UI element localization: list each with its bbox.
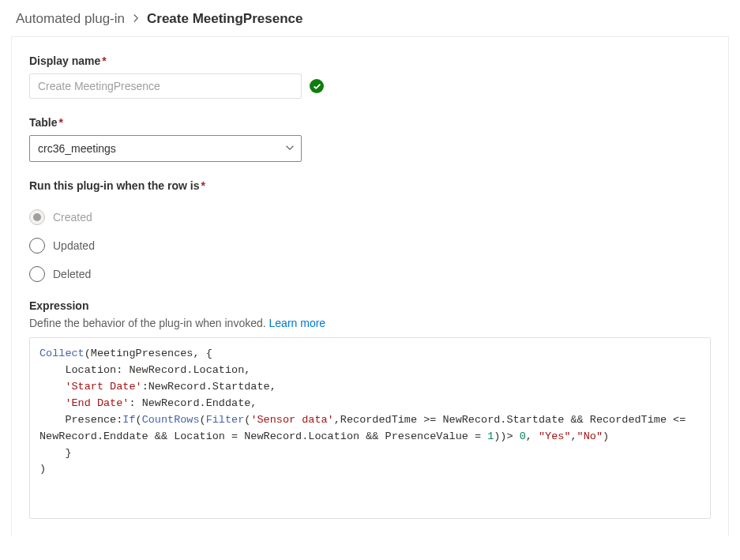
learn-more-link[interactable]: Learn more: [269, 317, 326, 329]
radio-label-updated: Updated: [53, 239, 95, 252]
expression-editor[interactable]: Collect(MeetingPresences, { Location: Ne…: [29, 337, 711, 519]
code-token: "No": [577, 430, 603, 442]
field-expression: Expression Define the behavior of the pl…: [29, 299, 711, 519]
table-select-value: crc36_meetings: [38, 142, 116, 155]
code-token: PresenceValue =: [385, 430, 488, 442]
display-name-label: Display name*: [29, 54, 107, 67]
radio-icon: [29, 266, 45, 282]
radio-option-created[interactable]: Created: [29, 209, 711, 225]
radio-label-deleted: Deleted: [53, 268, 91, 280]
radio-label-created: Created: [53, 211, 92, 224]
code-token: 'End Date': [65, 397, 129, 409]
radio-icon: [29, 238, 45, 254]
table-label: Table*: [29, 116, 63, 129]
field-table: Table* crc36_meetings: [29, 116, 711, 162]
breadcrumb-parent[interactable]: Automated plug-in: [16, 11, 125, 27]
code-token: NewRecord.Location: [129, 364, 244, 376]
code-token: NewRecord.Startdate: [148, 381, 270, 393]
breadcrumb: Automated plug-in Create MeetingPresence: [0, 0, 740, 36]
code-token: Filter: [206, 414, 245, 426]
code-token: MeetingPresences: [91, 348, 193, 359]
code-token: &&: [155, 430, 167, 442]
code-token: >: [506, 430, 519, 442]
radio-option-deleted[interactable]: Deleted: [29, 266, 711, 282]
code-token: RecordedTime >= NewRecord.Startdate: [340, 414, 565, 426]
code-token: &&: [570, 414, 583, 426]
code-token: Location: [65, 364, 116, 376]
code-token: If: [122, 414, 135, 426]
expression-heading: Expression: [29, 299, 711, 312]
code-token: 1: [487, 430, 494, 442]
radio-icon: [29, 209, 45, 225]
code-token: "Yes": [539, 430, 571, 442]
chevron-right-icon: [131, 12, 141, 26]
code-token: 'Start Date': [65, 381, 141, 393]
field-run-when: Run this plug-in when the row is* Create…: [29, 179, 711, 282]
code-token: NewRecord.Enddate: [142, 397, 251, 409]
code-token: 0: [520, 430, 526, 442]
code-token: Location = NewRecord.Location: [174, 430, 359, 442]
checkmark-success-icon: [310, 79, 324, 93]
code-token: &&: [366, 430, 378, 442]
run-when-radio-group: Created Updated Deleted: [29, 209, 711, 282]
table-select[interactable]: crc36_meetings: [29, 135, 302, 162]
code-token: 'Sensor data': [250, 414, 333, 426]
field-display-name: Display name*: [29, 54, 711, 99]
code-token: Collect: [39, 348, 85, 359]
breadcrumb-current: Create MeetingPresence: [147, 11, 302, 27]
form-panel: Display name* Table* crc36_meetings Run …: [11, 36, 729, 536]
display-name-input[interactable]: [29, 73, 302, 99]
expression-subtext: Define the behavior of the plug-in when …: [29, 317, 711, 329]
code-token: Presence: [65, 414, 116, 426]
run-when-label: Run this plug-in when the row is*: [29, 179, 205, 192]
radio-option-updated[interactable]: Updated: [29, 238, 711, 254]
code-token: CountRows: [142, 414, 200, 426]
